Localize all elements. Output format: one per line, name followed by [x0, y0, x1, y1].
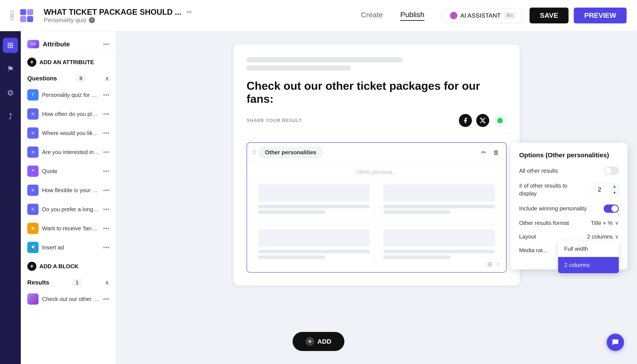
question-item[interactable]: T Personality quiz for product r... •••	[21, 85, 116, 104]
q-more-4[interactable]: •••	[103, 149, 110, 156]
question-item[interactable]: ★ Want to receive 'fans-only' of... •••	[21, 219, 116, 238]
sidebar-icon-settings[interactable]: ⚙	[3, 85, 18, 100]
preview-button[interactable]: PREVIEW	[574, 8, 626, 24]
sidebar-icon-flag[interactable]: ⚑	[3, 62, 18, 77]
add-button-icon: +	[306, 337, 314, 346]
q-more-7[interactable]: •••	[103, 206, 110, 213]
other-results-format-select[interactable]: Title + % ∨	[591, 220, 619, 226]
chat-fab-button[interactable]	[607, 334, 624, 351]
options-panel: Options (Other personalities) All other …	[510, 143, 628, 269]
card-bottom-icons: ⊞ ↕	[487, 261, 500, 268]
q-more-1[interactable]: •••	[103, 92, 110, 98]
whatsapp-share-icon[interactable]	[494, 114, 506, 127]
placeholder-bar-1	[246, 57, 402, 62]
layout-option-full-width[interactable]: Full width	[558, 241, 619, 257]
personality-card-line-8	[383, 256, 450, 259]
num-down-button[interactable]: ▼	[610, 190, 618, 196]
personality-card-line-5	[258, 250, 370, 253]
personalities-delete-button[interactable]: 🗑	[492, 147, 501, 158]
results-collapse-button[interactable]: ∧	[105, 279, 110, 286]
q-icon-2: ≡	[27, 108, 38, 120]
question-item[interactable]: 📢 Insert ad •••	[21, 238, 116, 257]
questions-collapse-button[interactable]: ∧	[105, 75, 110, 82]
q-icon-6: ≡	[27, 184, 38, 196]
ai-icon	[450, 12, 458, 19]
quiz-title: WHAT TICKET PACKAGE SHOULD ...	[44, 8, 181, 17]
personality-card-line-6	[258, 256, 325, 259]
personality-card-3	[254, 225, 374, 266]
logo-icon	[19, 8, 34, 23]
sidebar-icon-share[interactable]: ⤴	[3, 109, 18, 124]
all-other-results-toggle[interactable]	[604, 166, 619, 175]
question-item[interactable]: ≡ How flexible is your budget? •••	[21, 181, 116, 200]
q-more-8[interactable]: •••	[103, 225, 110, 232]
share-row: SHARE YOUR RESULT	[246, 114, 506, 134]
personality-card-img-1	[258, 184, 370, 202]
personality-card-line-7	[383, 250, 495, 253]
attribute-more-button[interactable]: •••	[103, 41, 110, 48]
question-item[interactable]: ≡ Are you interested in additio... •••	[21, 142, 116, 162]
q-icon-4: ≡	[27, 146, 38, 158]
personalities-edit-button[interactable]: ✏	[480, 147, 488, 158]
q-more-5[interactable]: •••	[103, 168, 110, 175]
personality-card-2	[379, 180, 500, 220]
include-winning-toggle[interactable]	[604, 204, 619, 213]
personalities-grid	[254, 180, 500, 266]
question-item[interactable]: ≡ How often do you plan to att... •••	[21, 104, 116, 124]
layout-option-2-columns[interactable]: 2 columns	[558, 257, 619, 273]
main-layout: ⊞ ⚑ ⚙ ⤴ ≡≡ Attribute ••• + ADD AN ATTRIB…	[0, 31, 637, 364]
personalities-header: ⠿ Other personalities ✏ 🗑	[247, 143, 506, 162]
x-twitter-share-icon[interactable]	[476, 114, 489, 127]
q-icon-5: ❝	[27, 166, 38, 177]
q-more-9[interactable]: •••	[103, 244, 110, 251]
personalities-grid-label: Other persona...	[254, 169, 500, 176]
logo-area: ‹ WHAT TICKET PACKAGE SHOULD ... ✏ Perso…	[10, 8, 192, 24]
layout-row: Layout 2 columns ∨ Full width 2 columns	[519, 233, 619, 240]
r-more-1[interactable]: •••	[103, 296, 110, 302]
svg-rect-3	[27, 16, 33, 22]
result-item[interactable]: 🔖 Check out our other ticket pa... •••	[21, 290, 116, 308]
q-icon-3: ≡	[27, 128, 38, 139]
q-more-2[interactable]: •••	[103, 110, 110, 118]
tab-publish[interactable]: Publish	[400, 10, 424, 21]
tab-create[interactable]: Create	[361, 10, 383, 20]
r-icon-1: 🔖	[27, 293, 38, 305]
personality-card-line-1	[258, 205, 370, 208]
grid-sort-icon[interactable]: ⊞	[487, 261, 492, 268]
personalities-label: Other personalities	[259, 147, 322, 158]
sidebar-icons: ⊞ ⚑ ⚙ ⤴	[0, 31, 21, 364]
include-winning-row: Include winning personality	[519, 204, 619, 213]
attribute-badge: ≡≡	[27, 40, 39, 48]
personalities-blurred-content: Other persona...	[254, 169, 500, 266]
sidebar-icon-grid[interactable]: ⊞	[3, 38, 18, 53]
personality-card-img-4	[383, 230, 495, 247]
facebook-share-icon[interactable]	[459, 114, 472, 127]
share-icons	[459, 114, 506, 127]
personality-card-line-2	[258, 210, 325, 214]
attribute-section: ≡≡ Attribute •••	[21, 36, 116, 53]
save-button[interactable]: SAVE	[530, 8, 569, 24]
num-results-input[interactable]: 2	[589, 184, 610, 195]
question-item[interactable]: ≡ Where would you like to sit d... •••	[21, 124, 116, 142]
question-item[interactable]: ≡ Do you prefer a longer-term ... •••	[21, 200, 116, 219]
layout-select[interactable]: 2 columns ∨	[587, 233, 619, 240]
nav-actions: AI ASSISTANT ⌘K SAVE PREVIEW	[442, 8, 626, 24]
back-button[interactable]: ‹	[10, 10, 14, 20]
personality-card-1	[254, 180, 374, 220]
info-icon[interactable]: i	[89, 17, 95, 23]
list-sort-icon[interactable]: ↕	[496, 261, 500, 268]
edit-title-button[interactable]: ✏	[186, 8, 192, 16]
ai-assistant-button[interactable]: AI ASSISTANT ⌘K	[442, 8, 524, 23]
add-block-button[interactable]: + ADD A BLOCK	[21, 257, 116, 276]
add-button[interactable]: + ADD	[293, 332, 344, 351]
placeholder-bar-2	[246, 66, 350, 71]
q-more-6[interactable]: •••	[103, 187, 110, 194]
layout-label: Layout	[519, 233, 536, 240]
question-item[interactable]: ❝ Quote •••	[21, 162, 116, 181]
other-results-format-label: Other results format	[519, 220, 569, 226]
drag-icon: ⠿	[252, 150, 256, 156]
all-other-results-label: All other results	[519, 168, 558, 174]
num-up-button[interactable]: ▲	[610, 183, 618, 190]
add-attribute-button[interactable]: + ADD AN ATTRIBUTE	[21, 53, 116, 72]
q-more-3[interactable]: •••	[103, 130, 110, 136]
